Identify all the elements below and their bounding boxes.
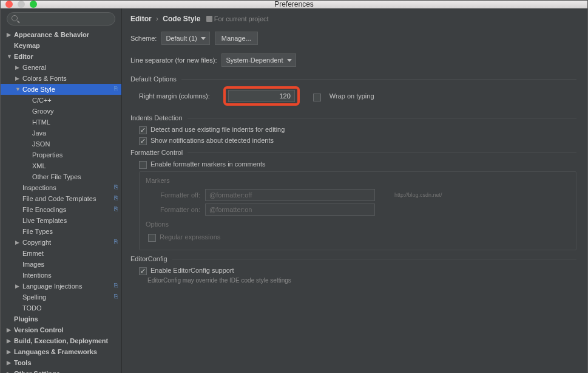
sidebar-item-images[interactable]: Images [1, 259, 121, 270]
project-scope-icon: ⎘ [109, 205, 118, 214]
sidebar-item-label: HTML [32, 118, 118, 126]
tree-arrow-icon: ▼ [7, 53, 13, 60]
project-scope-icon: ⎘ [109, 282, 118, 290]
sidebar-item-label: File Encodings [22, 206, 109, 213]
sidebar-item-json[interactable]: JSON [1, 139, 121, 149]
wrap-on-typing-checkbox[interactable] [313, 94, 321, 101]
sidebar-item-file-types[interactable]: File Types [1, 226, 121, 237]
markers-title: Markers [146, 177, 570, 184]
divider [181, 79, 576, 80]
scheme-label: Scheme: [130, 35, 157, 42]
sidebar-item-file-and-code-templates[interactable]: File and Code Templates⎘ [1, 193, 121, 204]
tree-arrow-icon: ▶ [7, 32, 13, 38]
sidebar-item-groovy[interactable]: Groovy [1, 106, 121, 117]
sidebar-item-label: Emmet [22, 250, 118, 257]
project-scope-icon: ⎘ [109, 238, 118, 247]
project-scope-icon: ⎘ [109, 85, 118, 94]
formatter-off-label: Formatter off: [146, 191, 200, 199]
divider [188, 152, 576, 153]
divider [188, 118, 576, 118]
sidebar-item-plugins[interactable]: Plugins [1, 313, 121, 324]
sidebar-item-spelling[interactable]: Spelling⎘ [1, 292, 121, 303]
chevron-right-icon: › [156, 15, 158, 23]
preferences-window: Preferences ▶Appearance & BehaviorKeymap… [0, 0, 588, 373]
main-panel: Editor › Code Style For current project … [122, 9, 587, 373]
sidebar: ▶Appearance & BehaviorKeymap▼Editor▶Gene… [1, 9, 122, 373]
sidebar-item-file-encodings[interactable]: File Encodings⎘ [1, 204, 121, 215]
sidebar-item-label: Colors & Fonts [22, 75, 118, 82]
markers-fieldset: Markers Formatter off: http://blog.csdn.… [139, 171, 576, 250]
sidebar-item-label: Other Settings [14, 370, 118, 373]
project-scope-icon: ⎘ [109, 293, 118, 301]
sidebar-item-xml[interactable]: XML [1, 160, 121, 171]
project-scope-icon: ⎘ [109, 183, 118, 192]
sidebar-item-language-injections[interactable]: ▶Language Injections⎘ [1, 281, 121, 292]
line-separator-select[interactable]: System-Dependent [221, 53, 296, 67]
sidebar-item-editor[interactable]: ▼Editor [1, 51, 121, 62]
sidebar-item-label: Build, Execution, Deployment [14, 337, 118, 344]
sidebar-item-label: Version Control [14, 326, 118, 334]
sidebar-item-emmet[interactable]: Emmet [1, 248, 121, 259]
notify-indents-checkbox[interactable] [139, 137, 147, 145]
sidebar-item-languages-frameworks[interactable]: ▶Languages & Frameworks [1, 346, 121, 357]
sidebar-item-html[interactable]: HTML [1, 117, 121, 128]
breadcrumb-leaf: Code Style [163, 15, 200, 23]
detect-indents-checkbox[interactable] [139, 126, 147, 134]
sidebar-item-label: Images [22, 261, 118, 268]
line-separator-label: Line separator (for new files): [130, 56, 217, 64]
sidebar-item-c-c-[interactable]: C/C++ [1, 95, 121, 106]
sidebar-item-label: Spelling [22, 293, 109, 301]
right-margin-input[interactable] [228, 90, 295, 102]
right-margin-label: Right margin (columns): [139, 92, 210, 100]
tree-arrow-icon: ▶ [7, 360, 13, 366]
sidebar-item-label: Code Style [22, 86, 109, 93]
sidebar-item-version-control[interactable]: ▶Version Control [1, 324, 121, 335]
tree-arrow-icon: ▶ [7, 349, 13, 355]
enable-formatter-checkbox[interactable] [139, 161, 147, 169]
tree-arrow-icon: ▶ [15, 239, 21, 245]
search-input[interactable] [7, 12, 115, 26]
sidebar-item-code-style[interactable]: ▼Code Style⎘ [1, 84, 121, 95]
tree-arrow-icon: ▼ [15, 86, 21, 92]
tree-arrow-icon: ▶ [15, 64, 21, 70]
sidebar-item-properties[interactable]: Properties [1, 149, 121, 160]
search-icon [12, 15, 18, 21]
sidebar-item-colors-fonts[interactable]: ▶Colors & Fonts [1, 73, 121, 84]
scheme-select[interactable]: Default (1) [161, 32, 209, 45]
scheme-value: Default (1) [166, 35, 197, 42]
sidebar-item-intentions[interactable]: Intentions [1, 270, 121, 281]
sidebar-item-tools[interactable]: ▶Tools [1, 357, 121, 368]
sidebar-item-label: Intentions [22, 272, 118, 279]
chevron-down-icon [287, 59, 292, 62]
sidebar-item-inspections[interactable]: Inspections⎘ [1, 182, 121, 193]
sidebar-item-label: Java [32, 129, 118, 137]
sidebar-item-label: File Types [22, 228, 118, 235]
sidebar-item-live-templates[interactable]: Live Templates [1, 215, 121, 226]
sidebar-item-general[interactable]: ▶General [1, 62, 121, 73]
sidebar-item-other-file-types[interactable]: Other File Types [1, 171, 121, 182]
enable-editorconfig-checkbox[interactable] [139, 267, 147, 275]
sidebar-item-label: XML [32, 162, 118, 169]
formatter-on-input [205, 204, 375, 216]
sidebar-item-label: File and Code Templates [22, 195, 109, 202]
sidebar-item-other-settings[interactable]: ▶Other Settings [1, 368, 121, 373]
window-title: Preferences [1, 0, 587, 9]
formatter-on-label: Formatter on: [146, 206, 200, 213]
sidebar-item-label: Keymap [14, 42, 118, 49]
sidebar-item-label: Language Injections [22, 282, 109, 290]
manage-button[interactable]: Manage... [215, 32, 258, 45]
tree-arrow-icon: ▶ [15, 75, 21, 81]
sidebar-item-appearance-behavior[interactable]: ▶Appearance & Behavior [1, 29, 121, 40]
sidebar-item-label: Live Templates [22, 217, 118, 224]
line-separator-value: System-Dependent [226, 56, 283, 64]
project-icon [206, 16, 212, 22]
sidebar-item-build-execution-deployment[interactable]: ▶Build, Execution, Deployment [1, 335, 121, 346]
sidebar-item-copyright[interactable]: ▶Copyright⎘ [1, 237, 121, 248]
sidebar-item-keymap[interactable]: Keymap [1, 40, 121, 51]
sidebar-item-java[interactable]: Java [1, 128, 121, 139]
enable-formatter-label: Enable formatter markers in comments [150, 160, 266, 168]
sidebar-item-label: C/C++ [32, 97, 118, 104]
breadcrumb: Editor › Code Style For current project [130, 15, 576, 23]
tree-arrow-icon: ▶ [15, 283, 21, 289]
sidebar-item-todo[interactable]: TODO [1, 303, 121, 313]
